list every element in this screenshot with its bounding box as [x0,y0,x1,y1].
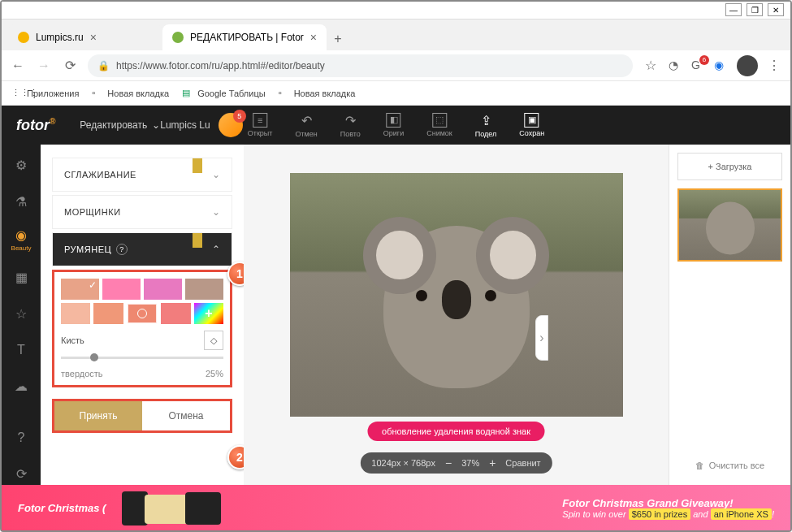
open-button[interactable]: ≡Открыт [248,113,273,138]
url-text: https://www.fotor.com/ru/app.html#/edito… [116,60,325,71]
app-body: ⚙ ⚗ ◉Beauty ▦ ☆ T ☁ ? ⟳ СГЛАЖИВАНИЕ ⌄ МО… [2,145,790,485]
tab-label: Lumpics.ru [36,32,84,43]
tab-fotor[interactable]: РЕДАКТИРОВАТЬ | Fotor × [162,24,327,50]
color-swatch[interactable] [102,279,141,300]
premium-flag-icon [193,158,202,173]
frames-icon: ▦ [15,270,28,285]
rail-beauty[interactable]: ◉Beauty [10,227,32,252]
accordion-smoothing[interactable]: СГЛАЖИВАНИЕ ⌄ [52,158,232,192]
user-name[interactable]: Lumpics Lu [160,119,210,131]
bookmark-item[interactable]: ▫Новая вкладка [279,88,356,99]
slider-thumb[interactable] [90,353,98,361]
cloud-icon: ☁ [15,378,28,394]
color-swatch[interactable] [61,279,99,300]
accordion-blush[interactable]: РУМЯНЕЦ ? ⌃ [52,232,232,266]
clear-all-button[interactable]: 🗑Очистить все [677,454,782,477]
notification-badge: 5 [233,110,246,123]
forward-button[interactable]: → [36,58,52,73]
undo-button[interactable]: ↶Отмен [295,113,317,138]
watermark-remove-button[interactable]: обновление удаления водяной знак [367,422,545,441]
color-swatch[interactable] [61,303,90,324]
chevron-down-icon: ⌄ [212,169,221,180]
color-swatch[interactable] [185,279,223,300]
rail-effect[interactable]: ⚗ [10,191,32,213]
chevron-down-icon: ⌄ [152,119,160,131]
bookmark-item[interactable]: ▫Новая вкладка [92,88,169,99]
rail-history[interactable]: ⟳ [10,463,32,485]
compare-button[interactable]: Сравнит [505,458,540,468]
promo-banner[interactable]: Fotor Christmas ( Fotor Christmas Grand … [2,485,790,530]
promo-subtitle: Spin to win over $650 in prizes and an i… [562,509,774,519]
user-avatar[interactable]: 5 [219,113,243,137]
original-icon: ◧ [387,113,401,128]
text-icon: T [17,343,25,357]
original-button[interactable]: ◧Ориги [383,113,404,138]
expand-handle[interactable]: › [535,315,548,361]
open-icon: ≡ [253,113,267,128]
url-field[interactable]: 🔒 https://www.fotor.com/ru/app.html#/edi… [88,54,633,77]
accept-button[interactable]: Принять [54,401,142,430]
color-swatch[interactable] [161,303,190,324]
profile-avatar[interactable] [737,55,758,76]
tab-close-icon[interactable]: × [90,31,97,44]
save-button[interactable]: ▣Сохран [519,113,544,138]
zoom-in-button[interactable]: + [489,456,496,469]
action-buttons: Принять Отмена [52,399,232,433]
cancel-button[interactable]: Отмена [142,401,230,430]
minimize-button[interactable]: — [725,3,742,16]
hardness-value: 25% [206,369,223,378]
zoom-bar: 1024px × 768px − 37% + Сравнит [360,452,552,474]
user-area: Lumpics Lu 5 [160,113,242,137]
bookmark-star-icon[interactable]: ☆ [643,58,659,73]
tab-close-icon[interactable]: × [310,31,317,44]
menu-button[interactable]: ⋮ [766,58,782,73]
rail-frames[interactable]: ▦ [10,266,32,288]
share-button[interactable]: ⇪Подел [475,113,497,138]
color-swatch[interactable] [127,303,158,324]
promo-right: Fotor Christmas Grand Giveaway! Spin to … [562,497,774,519]
snapshot-icon: ⬚ [432,113,447,128]
ext-icon-1[interactable]: ◔ [669,58,683,73]
eraser-button[interactable]: ◇ [204,331,223,350]
save-icon: ▣ [525,113,539,128]
rail-stickers[interactable]: ☆ [10,303,32,325]
maximize-button[interactable]: ❐ [747,3,763,16]
reload-button[interactable]: ⟳ [62,58,78,73]
brush-label: Кисть [61,335,84,345]
image-thumbnail[interactable] [677,188,782,262]
brush-slider[interactable] [61,357,223,359]
swatch-row-2: + [61,303,223,324]
color-swatch[interactable] [93,303,123,324]
sheets-icon: ▤ [182,88,193,99]
mode-dropdown[interactable]: Редактировать⌄ [80,119,160,131]
redo-button[interactable]: ↷Повто [340,113,361,138]
apps-button[interactable]: ⋮⋮⋮Приложения [11,88,79,99]
color-swatch[interactable] [144,279,182,300]
zoom-out-button[interactable]: − [445,456,452,469]
zoom-value: 37% [461,458,479,468]
close-button[interactable]: ✕ [768,3,784,16]
hardness-label: твердость [61,369,103,378]
tab-lumpics[interactable]: Lumpics.ru × [8,24,162,50]
rail-adjust[interactable]: ⚙ [10,154,32,176]
ext-icon-2[interactable]: G6 [691,58,706,73]
rail-cloud[interactable]: ☁ [10,375,32,397]
custom-color-button[interactable]: + [194,303,223,324]
rail-text[interactable]: T [10,340,32,361]
snapshot-button[interactable]: ⬚Снимок [426,113,452,138]
new-tab-button[interactable]: + [327,28,349,50]
back-button[interactable]: ← [10,58,26,73]
rail-help[interactable]: ? [10,426,32,448]
help-icon[interactable]: ? [116,244,128,255]
upload-button[interactable]: + Загрузка [677,153,782,180]
bookmarks-bar: ⋮⋮⋮Приложения ▫Новая вкладка ▤Google Таб… [2,81,790,106]
canvas-image[interactable] [290,173,623,417]
page-icon: ▫ [92,88,103,99]
ext-icon-3[interactable]: ◉ [714,58,729,73]
sliders-icon: ⚙ [15,158,27,173]
swatch-row-1 [61,279,223,300]
premium-flag-icon [193,233,202,248]
bookmark-item[interactable]: ▤Google Таблицы [182,88,265,99]
flask-icon: ⚗ [15,194,27,210]
accordion-wrinkles[interactable]: МОРЩИНКИ ⌄ [52,195,232,229]
